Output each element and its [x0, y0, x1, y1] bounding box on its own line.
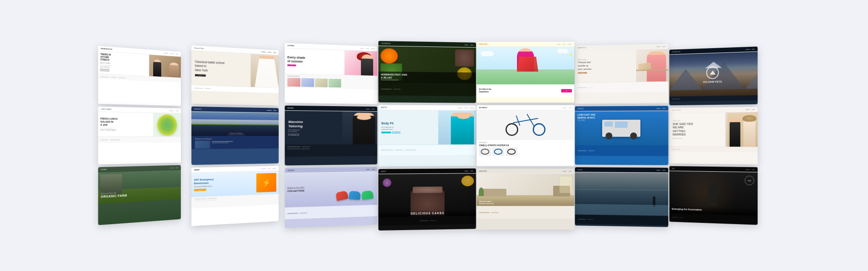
- scene: FASHION BLOG TRENDS INAUTUMNSTREETS ABOU…: [0, 0, 868, 271]
- pilgrim-pete-thumb[interactable]: PILGRIM PETE: [669, 46, 757, 105]
- column-4: LORI BARILLAS: [378, 41, 476, 231]
- column-6: SEAMSTRESS Emma Jones Thread andneedle a…: [575, 44, 668, 227]
- column-7: PILGRIM PETE: [669, 46, 757, 225]
- waterfront-thumb[interactable]: RESIDENCE Welcome to Residence: [191, 106, 279, 164]
- column-5: PASTEL KIDS: [477, 42, 574, 230]
- food-jams-thumb[interactable]: LORI BARILLAS: [378, 41, 476, 103]
- salad-thumb[interactable]: LUNCH & SALAD FRESH LUNCHSALADS INA JAR …: [98, 107, 181, 164]
- van-rental-thumb[interactable]: BUSINESS: [575, 106, 668, 165]
- wedding-thumb[interactable]: Danielle & Jared JUNE 8, 2019 SHE SAID Y…: [669, 107, 757, 164]
- ballet-thumb[interactable]: Passons & Talon Classical ballet schoolb…: [191, 45, 279, 105]
- summer-shop-thumb[interactable]: CLOTHING Every shadeof summer SHOP: [285, 43, 377, 104]
- electrician-thumb[interactable]: SPARKIT 24/7 EmergencyElectricians Profe…: [191, 166, 279, 226]
- column-1: FASHION BLOG TRENDS INAUTUMNSTREETS ABOU…: [98, 46, 181, 225]
- column-3: CLOTHING Every shadeof summer SHOP: [285, 43, 377, 228]
- emerging-art-title: Emerging Art Association: [672, 208, 755, 213]
- bicycle-thumb[interactable]: BIO MODELS: [477, 105, 574, 166]
- seamstress-thumb[interactable]: SEAMSTRESS Emma Jones Thread andneedle a…: [575, 44, 668, 104]
- superhero-thumb[interactable]: PASTEL KIDS: [477, 42, 574, 103]
- organic-farm-thumb[interactable]: ORGANIC Welcome to Green Hill O: [98, 165, 181, 225]
- emerging-art-thumb[interactable]: EAA EAA: [669, 166, 757, 225]
- shoes-thumb[interactable]: SNEAKERS Ready for this 2022 COLLECTION: [285, 167, 377, 228]
- thumbnails-container: FASHION BLOG TRENDS INAUTUMNSTREETS ABOU…: [0, 0, 868, 271]
- interior-thumb[interactable]: DANI AR ART: [477, 169, 574, 230]
- massimo-thumb[interactable]: MASSIMO MassimoTailoring We're passionat…: [285, 106, 377, 166]
- cakes-thumb[interactable]: BAKERY DELICIOUS CAKE: [378, 168, 476, 231]
- seascape-thumb[interactable]: [575, 167, 668, 227]
- column-2: Passons & Talon Classical ballet schoolb…: [191, 45, 279, 226]
- bodyfit-thumb[interactable]: BODY FIT Body Fit Get in shape with ourp…: [378, 105, 476, 166]
- fashion-blog-thumb[interactable]: FASHION BLOG TRENDS INAUTUMNSTREETS ABOU…: [98, 46, 181, 106]
